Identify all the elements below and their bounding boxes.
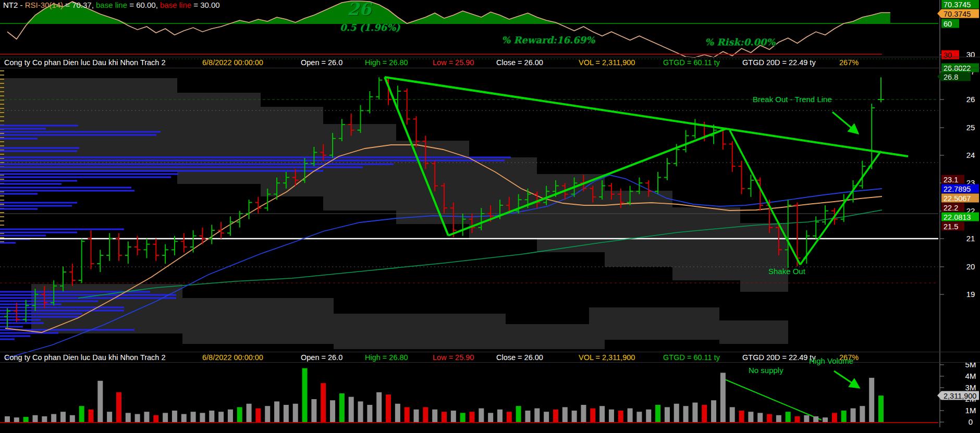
- price-badge: 22.7895: [941, 184, 979, 193]
- volume-bar: [70, 415, 75, 422]
- annotation-target-price[interactable]: 26: [347, 0, 371, 19]
- volume-bar: [497, 410, 503, 422]
- volume-bar: [432, 410, 437, 422]
- annotation-arrow[interactable]: [832, 112, 858, 133]
- volume-bar: [841, 411, 847, 422]
- volume-bar: [720, 373, 726, 422]
- status-item: Close = 26.00: [496, 352, 543, 363]
- volume-bar: [5, 416, 10, 422]
- main-chart-statusbar: Cong ty Co phan Dien luc Dau khi Nhon Tr…: [0, 57, 980, 68]
- volume-bar: [776, 415, 781, 422]
- price-badge: 60: [941, 19, 959, 28]
- price-bar: [868, 104, 875, 169]
- annotation-reward[interactable]: % Reward:16.69%: [501, 34, 595, 45]
- price-bar: [729, 141, 736, 172]
- price-bar: [246, 200, 252, 219]
- axis-label: 3M: [965, 383, 976, 392]
- volume-bar: [711, 400, 716, 422]
- annotation-breakout[interactable]: Break Out - Trend Line: [753, 95, 832, 104]
- volume-bar: [442, 412, 447, 422]
- background-zone: [396, 141, 469, 224]
- volume-bar: [321, 383, 326, 422]
- volume-bar: [851, 409, 856, 422]
- svg-text:22.5067: 22.5067: [944, 194, 971, 203]
- annotation-risk[interactable]: % Risk:0.00%: [705, 36, 775, 47]
- volume-bar: [247, 404, 252, 422]
- price-bar: [255, 197, 261, 214]
- price-bar: [106, 233, 113, 261]
- svg-text:23.1: 23.1: [944, 176, 958, 184]
- annotation-entry-value[interactable]: 0.5 (1.96%): [340, 22, 400, 33]
- volume-bar: [860, 406, 865, 422]
- status-item: High = 26.80: [365, 352, 408, 363]
- volume-bar: [795, 416, 800, 422]
- price-bar: [190, 230, 197, 253]
- price-bar: [237, 211, 243, 228]
- svg-text:22.0813: 22.0813: [944, 213, 971, 221]
- price-bar: [209, 225, 215, 244]
- price-bar: [97, 250, 103, 272]
- axis-label: 25: [966, 123, 975, 132]
- price-bar: [404, 89, 410, 125]
- volume-bar: [674, 404, 679, 422]
- price-bar: [692, 119, 698, 138]
- volume-bar: [386, 394, 391, 422]
- price-badge: 22.2: [941, 203, 964, 212]
- status-item: Cong ty Co phan Dien luc Dau khi Nhon Tr…: [4, 57, 166, 68]
- volume-bar: [144, 412, 149, 422]
- annotation-no-supply[interactable]: No supply: [749, 366, 783, 375]
- volume-bar: [153, 415, 158, 422]
- volume-bar: [516, 406, 521, 422]
- svg-text:21.5: 21.5: [944, 222, 958, 231]
- annotation-arrow[interactable]: [834, 371, 859, 388]
- volume-bar: [228, 410, 233, 422]
- price-bar: [143, 239, 150, 258]
- volume-bar: [618, 411, 623, 422]
- volume-bar: [51, 414, 56, 422]
- price-badge: 22.0813: [941, 213, 979, 221]
- volume-bar: [702, 405, 707, 422]
- volume-bar: [107, 412, 112, 422]
- price-bar: [218, 222, 224, 239]
- volume-bar: [507, 412, 512, 422]
- status-item: Low = 25.90: [433, 57, 474, 68]
- volume-bar: [832, 413, 837, 422]
- axis-label: 21: [966, 234, 975, 243]
- volume-bar: [460, 413, 466, 422]
- volume-bar: [42, 416, 47, 422]
- status-item: GTGD = 60.11 ty: [663, 57, 720, 68]
- price-bar: [162, 244, 168, 264]
- status-item: GTGD = 60.11 ty: [663, 352, 720, 363]
- volume-bar: [823, 417, 828, 422]
- rsi-value: = 70.37,: [63, 1, 96, 9]
- volume-bar: [767, 414, 772, 422]
- volume-bar: [581, 405, 586, 422]
- volume-bar: [544, 412, 549, 422]
- svg-text:70.3745: 70.3745: [944, 10, 971, 18]
- status-item: Close = 26.00: [496, 57, 543, 68]
- price-bar: [88, 230, 94, 269]
- axis-label: 0: [969, 417, 973, 426]
- status-item: Open = 26.0: [301, 352, 342, 363]
- volume-bar: [209, 411, 214, 422]
- volume-bar: [665, 407, 670, 422]
- background-zone: [182, 298, 334, 344]
- price-bar: [683, 130, 689, 153]
- volume-bar: [869, 378, 874, 422]
- price-badge: 2,311,900: [937, 391, 979, 400]
- volume-bar: [358, 401, 363, 422]
- annotation-high-volume[interactable]: High Volume: [809, 356, 853, 365]
- volume-bar: [813, 416, 818, 422]
- volume-bar: [636, 412, 642, 422]
- volume-bar: [534, 409, 540, 422]
- volume-bar: [878, 395, 884, 422]
- status-item: GTGD 20D = 22.49 ty: [742, 352, 816, 363]
- rsi-baseline1-label: base line: [96, 1, 127, 9]
- volume-bar: [14, 417, 19, 422]
- price-bar: [748, 175, 754, 197]
- annotation-shakeout[interactable]: Shake Out: [768, 267, 805, 276]
- volume-bar: [525, 411, 530, 422]
- status-item: VOL = 2,311,900: [579, 352, 635, 363]
- price-bar: [878, 77, 884, 102]
- volume-bar: [274, 401, 279, 422]
